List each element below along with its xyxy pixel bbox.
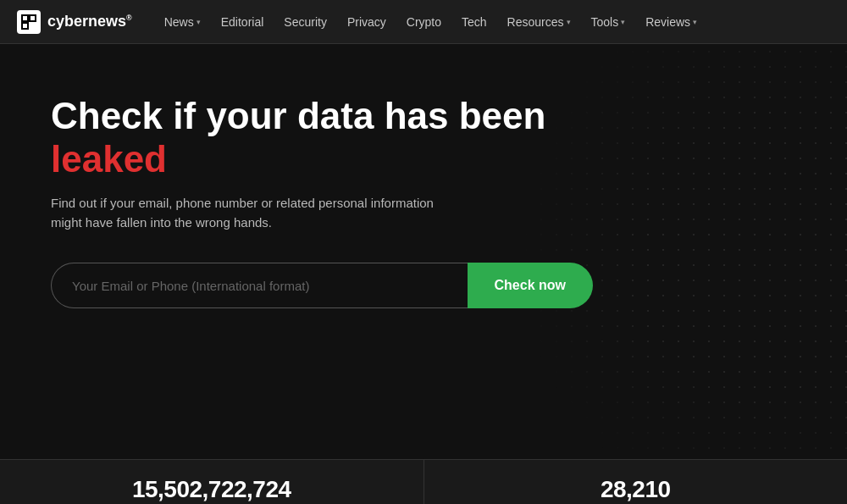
hero-content: Check if your data has been leaked Find …: [51, 95, 593, 308]
hero-title: Check if your data has been leaked: [51, 95, 593, 180]
nav-arrow-news: ▾: [197, 18, 201, 26]
stat-breached-accounts: 15,502,722,724 Breached accounts: [0, 460, 424, 504]
hero-subtitle: Find out if your email, phone number or …: [51, 194, 457, 232]
nav-item-news[interactable]: News▾: [156, 10, 209, 34]
svg-rect-1: [30, 15, 36, 21]
logo-registered: ®: [126, 14, 132, 22]
logo-text: cybernews®: [47, 13, 132, 30]
svg-rect-0: [22, 15, 28, 21]
check-now-button[interactable]: Check now: [468, 263, 593, 308]
nav-item-resources[interactable]: Resources▾: [499, 10, 579, 34]
svg-rect-2: [22, 23, 28, 29]
nav-arrow-resources: ▾: [567, 18, 571, 26]
nav-arrow-reviews: ▾: [693, 18, 697, 26]
logo-icon: [17, 10, 41, 34]
nav-item-crypto[interactable]: Crypto: [398, 10, 450, 34]
logo-link[interactable]: cybernews®: [17, 10, 132, 34]
breached-accounts-value: 15,502,722,724: [132, 476, 291, 503]
hero-title-accent: leaked: [51, 138, 167, 180]
stat-breached-websites: 28,210 Breached websites: [424, 460, 848, 504]
nav-item-tech[interactable]: Tech: [453, 10, 495, 34]
breached-websites-value: 28,210: [601, 476, 671, 503]
nav-item-tools[interactable]: Tools▾: [583, 10, 634, 34]
nav-item-editorial[interactable]: Editorial: [213, 10, 273, 34]
search-row: Check now: [51, 263, 593, 308]
stats-bar: 15,502,722,724 Breached accounts 28,210 …: [0, 459, 847, 504]
nav-arrow-tools: ▾: [621, 18, 625, 26]
hero-section: Check if your data has been leaked Find …: [0, 44, 847, 459]
nav-menu: News▾ Editorial Security Privacy Crypto …: [156, 10, 706, 34]
hero-title-start: Check if your data has been: [51, 95, 545, 136]
nav-item-reviews[interactable]: Reviews▾: [637, 10, 706, 34]
nav-item-privacy[interactable]: Privacy: [339, 10, 395, 34]
nav-item-security[interactable]: Security: [275, 10, 335, 34]
navbar: cybernews® News▾ Editorial Security Priv…: [0, 0, 847, 44]
search-input[interactable]: [51, 263, 468, 308]
